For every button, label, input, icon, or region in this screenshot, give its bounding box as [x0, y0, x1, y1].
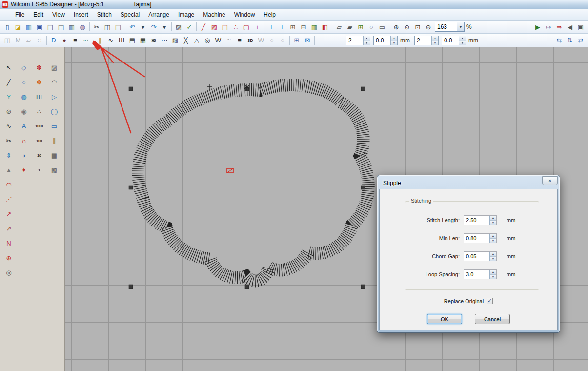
- selection-handles[interactable]: [129, 87, 365, 289]
- star-fill-icon[interactable]: △: [191, 35, 202, 45]
- menu-view[interactable]: View: [48, 10, 69, 20]
- color-palette-icon[interactable]: ◧: [320, 22, 330, 32]
- run-pen-tool[interactable]: ↗: [2, 222, 15, 235]
- reshape-tool[interactable]: ◇: [18, 61, 30, 74]
- select-tool[interactable]: ↖: [2, 61, 15, 74]
- undo-icon[interactable]: ↶: [127, 22, 138, 32]
- arc-tool[interactable]: ◠: [48, 76, 61, 88]
- nudge-swap-icon[interactable]: ⇄: [575, 35, 586, 45]
- save-as-icon[interactable]: ▣: [34, 22, 45, 32]
- cross-hatch-icon[interactable]: ╳: [181, 35, 191, 45]
- push-count-stepper[interactable]: ▲▼: [414, 36, 439, 45]
- measure-tool[interactable]: ⇕: [2, 149, 15, 162]
- design-wizard-icon[interactable]: ▨: [173, 22, 184, 32]
- travel-by-color-icon[interactable]: ⇒: [554, 22, 565, 32]
- handle-mid-right[interactable]: [361, 186, 365, 189]
- push-count-input[interactable]: [415, 36, 431, 45]
- chord-gap-field[interactable]: ▲▼: [464, 251, 497, 261]
- pull-offset-spin-icon[interactable]: ▲▼: [390, 36, 397, 45]
- handle-top-right[interactable]: [361, 87, 365, 91]
- travel-by-stitch-icon[interactable]: ↦: [543, 22, 554, 32]
- motif-fill-icon[interactable]: ∴: [230, 22, 241, 32]
- florentine-icon[interactable]: ≈: [223, 35, 234, 45]
- zoom-in-icon[interactable]: ⊕: [391, 22, 402, 32]
- show-rulers-icon[interactable]: ▭: [377, 22, 387, 32]
- preset-density-1000[interactable]: 1000: [33, 120, 45, 132]
- zoom-out-icon[interactable]: ⊖: [423, 22, 434, 32]
- thread-colors-icon[interactable]: ▥: [309, 22, 320, 32]
- hatch-lines-tool[interactable]: ▨: [48, 61, 61, 74]
- export-machine-file-icon[interactable]: ▥: [66, 22, 77, 32]
- ripple-fill-icon[interactable]: ◎: [202, 35, 213, 45]
- run-stitch-icon[interactable]: ╱: [198, 22, 209, 32]
- ellipse-tool[interactable]: ◯: [48, 105, 61, 118]
- zigzag-stitch-icon[interactable]: ∿: [105, 35, 116, 45]
- cut-icon[interactable]: ✂: [91, 22, 102, 32]
- copy-icon[interactable]: ◫: [102, 22, 113, 32]
- stitch-length-spinner-icon[interactable]: ▲▼: [489, 216, 496, 225]
- pull-count-input[interactable]: [346, 36, 363, 45]
- zoom-box-icon[interactable]: ⊡: [412, 22, 423, 32]
- push-offset-input[interactable]: [442, 36, 459, 45]
- menu-machine[interactable]: Machine: [199, 10, 229, 20]
- overview-window-icon[interactable]: ⊟: [298, 22, 309, 32]
- sculpt-left-icon[interactable]: ○: [266, 35, 277, 45]
- monogram-icon[interactable]: M: [13, 35, 23, 45]
- threed-effect-icon[interactable]: 3D: [245, 35, 256, 45]
- e-stitch-icon[interactable]: Ш: [116, 35, 127, 45]
- stitch-wheel-tool[interactable]: ◎: [2, 266, 15, 279]
- new-design-icon[interactable]: ▯: [2, 22, 13, 32]
- undo-dropdown-icon[interactable]: ▾: [138, 22, 148, 32]
- view-artistic-icon[interactable]: ▰: [345, 22, 355, 32]
- push-offset-stepper[interactable]: ▲▼: [442, 36, 466, 45]
- knife-tool[interactable]: ⊘: [2, 105, 15, 118]
- manual-zigzag-tool[interactable]: N: [2, 237, 15, 249]
- manual-stitch-tool[interactable]: ⋰: [2, 193, 15, 206]
- travel-back-icon[interactable]: ◀: [565, 22, 575, 32]
- lettering-tool[interactable]: A: [18, 120, 30, 132]
- warp-effect-icon[interactable]: W: [256, 35, 266, 45]
- print-preview-icon[interactable]: ◫: [56, 22, 66, 32]
- stipple-dialog-titlebar[interactable]: Stipple ×: [379, 177, 558, 189]
- vector-grid-icon[interactable]: ⊠: [302, 35, 313, 45]
- slow-redraw-icon[interactable]: ▣: [575, 22, 586, 32]
- redo-dropdown-icon[interactable]: ▾: [159, 22, 170, 32]
- canvas-flag-tool[interactable]: ▷: [48, 90, 61, 103]
- needle-point-icon[interactable]: ⊥: [266, 22, 277, 32]
- density-dots-tool[interactable]: ∴: [33, 105, 45, 118]
- pattern-stamp-tool[interactable]: ▦: [48, 149, 61, 162]
- view-design-icon[interactable]: ▱: [334, 22, 345, 32]
- raster-grid-icon[interactable]: ⊞: [291, 35, 302, 45]
- needle-detail-icon[interactable]: ⊤: [277, 22, 287, 32]
- pull-offset-input[interactable]: [374, 36, 390, 45]
- menu-help[interactable]: Help: [259, 10, 280, 20]
- preset-density-1[interactable]: 1: [33, 164, 45, 176]
- menu-file[interactable]: File: [11, 10, 29, 20]
- push-offset-spin-icon[interactable]: ▲▼: [459, 36, 466, 45]
- loop-spacing-input[interactable]: [464, 270, 489, 279]
- ok-button[interactable]: OK: [427, 314, 462, 324]
- hemisphere-tool[interactable]: ◑: [18, 149, 30, 162]
- insert-flower-tool[interactable]: ✽: [33, 61, 45, 74]
- hatch-fill-icon[interactable]: ▨: [170, 35, 181, 45]
- save-design-icon[interactable]: ▦: [23, 22, 34, 32]
- applique-icon[interactable]: ▱: [23, 35, 34, 45]
- menu-edit[interactable]: Edit: [29, 10, 48, 20]
- contour-fill-icon[interactable]: ▢: [241, 22, 252, 32]
- column-stitch-tool[interactable]: Ш: [33, 90, 45, 103]
- zoom-input[interactable]: [435, 22, 457, 31]
- design-playback-icon[interactable]: ▶: [532, 22, 543, 32]
- globe-effect-tool[interactable]: ◍: [18, 90, 30, 103]
- jump-stitch-tool[interactable]: ↗: [2, 207, 15, 220]
- buddy-stitch-tool[interactable]: ∩: [18, 134, 30, 147]
- menu-stitch[interactable]: Stitch: [93, 10, 116, 20]
- pull-offset-stepper[interactable]: ▲▼: [373, 36, 398, 45]
- menu-arrange[interactable]: Arrange: [144, 10, 174, 20]
- print-icon[interactable]: ▤: [45, 22, 56, 32]
- star-point-tool[interactable]: ✦: [18, 164, 30, 176]
- sequin-icon[interactable]: ∷: [34, 35, 45, 45]
- handle-bottom-right[interactable]: [361, 285, 365, 289]
- tatami-stitch-icon[interactable]: ▤: [127, 35, 138, 45]
- loop-spacing-field[interactable]: ▲▼: [464, 269, 497, 279]
- stipple-fill-icon[interactable]: ≡: [70, 35, 81, 45]
